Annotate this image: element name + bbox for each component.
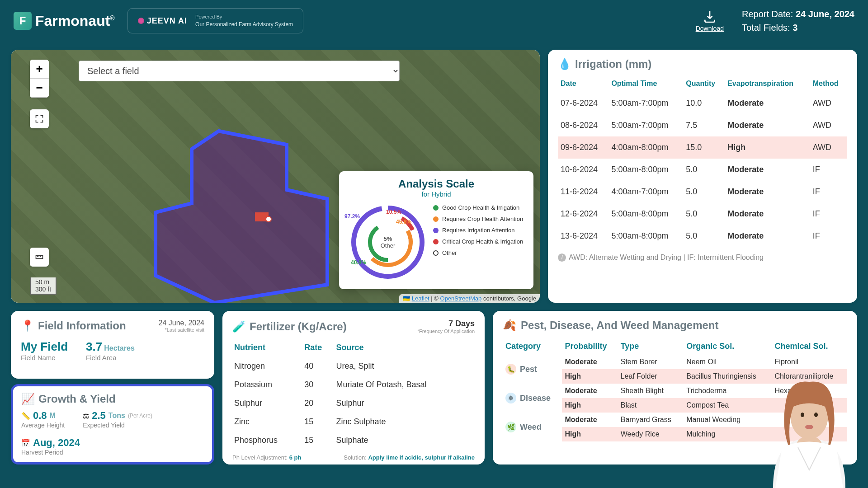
table-row: 🌿WeedModerateBarnyard GrassManual Weedin… [503, 413, 847, 427]
pest-th-org: Organic Sol. [684, 338, 772, 355]
jeevn-badge: jeevN Ai [138, 16, 187, 26]
zoom-out-button[interactable]: − [30, 79, 49, 98]
fertilizer-freq-value: 7 Days [448, 319, 475, 328]
svg-marker-0 [156, 131, 327, 303]
jeevn-meta: Powered By Our Personalized Farm Advisor… [195, 13, 293, 29]
solution-value: Apply lime if acidic, sulphur if alkalin… [368, 454, 475, 461]
table-row: Zinc15Zinc Sulphate [232, 413, 475, 431]
fert-th-source: Source [334, 338, 475, 357]
fert-th-nutrient: Nutrient [232, 338, 302, 357]
pest-title: Pest, Disease, And Weed Management [521, 319, 718, 332]
map-scale: 50 m 300 ft [30, 277, 57, 295]
height-label: Average Height [21, 422, 65, 429]
download-icon [703, 9, 717, 24]
table-row: 07-6-20245:00am-7:00pm10.0ModerateAWD [558, 92, 847, 114]
table-row: 12-6-20245:00am-8:00pm5.0ModerateIF [558, 203, 847, 225]
map-card[interactable]: + − 50 m 300 ft Select a field 🇺🇦 Leafle… [11, 50, 540, 303]
irrigation-icon: 💧 [558, 58, 571, 70]
pest-table: Category Probability Type Organic Sol. C… [503, 338, 847, 441]
table-row: Phosphorus15Sulphate [232, 431, 475, 450]
expand-icon [35, 114, 44, 123]
table-row: 13-6-20245:00am-8:00pm5.0ModerateIF [558, 225, 847, 247]
download-button[interactable]: Download [696, 9, 724, 32]
leaflet-link[interactable]: Leaflet [412, 295, 429, 302]
donut-lbl-orange: 45.8% [396, 219, 411, 225]
pest-th-cat: Category [503, 338, 562, 355]
zoom-in-button[interactable]: + [30, 60, 49, 79]
table-row: 09-6-20244:00am-8:00pm15.0HighAWD [558, 136, 847, 159]
field-info-date-note: *Last satellite visit [159, 327, 204, 333]
osm-link[interactable]: OpenStreetMap [440, 295, 482, 302]
analysis-title: Analysis Scale [347, 178, 525, 190]
brand-logo: F Farmonaut® [14, 12, 115, 30]
legend-item: Critical Crop Health & Irrigation [433, 238, 525, 245]
pest-th-prob: Probability [562, 338, 618, 355]
brand-name: Farmonaut [35, 13, 110, 29]
yield-value: 2.5 [92, 410, 106, 422]
location-icon: 📍 [21, 319, 34, 332]
field-area-value: 3.7 [86, 340, 102, 353]
yield-per: (Per Acre) [128, 413, 152, 419]
calendar-icon: 📅 [21, 439, 30, 447]
ruler-icon [35, 253, 44, 262]
zoom-control: + − [30, 60, 49, 98]
growth-icon: 📈 [21, 393, 35, 405]
table-row: Nitrogen40Urea, Split [232, 357, 475, 375]
height-value: 0.8 [33, 410, 47, 422]
donut-lbl-red: 10.5% [386, 209, 401, 215]
report-info: Report Date: 24 June, 2024 Total Fields:… [742, 7, 854, 34]
svg-point-2 [266, 216, 271, 222]
field-info-card: 📍 Field Information 24 June, 2024 *Last … [11, 311, 214, 379]
irr-th-method: Method [810, 75, 847, 92]
irr-th-time: Optimal Time [609, 75, 683, 92]
pest-card: 🍂 Pest, Disease, And Weed Management Cat… [493, 311, 857, 465]
brand-reg: ® [110, 14, 114, 22]
table-row: 08-6-20245:00am-7:00pm7.5ModerateAWD [558, 114, 847, 136]
field-info-title: Field Information [38, 319, 126, 332]
powered-by-label: Powered By [195, 13, 293, 21]
irrigation-card: 💧 Irrigation (mm) Date Optimal Time Quan… [548, 50, 857, 303]
yield-icon: ⚖ [83, 412, 89, 420]
leaf-icon: 🍂 [503, 319, 516, 332]
legend-item: Good Crop Health & Irrigation [433, 204, 525, 211]
report-date-label: Report Date: [742, 9, 793, 19]
app-header: F Farmonaut® jeevN Ai Powered By Our Per… [0, 0, 868, 42]
table-row: 11-6-20244:00am-7:00pm5.0ModerateIF [558, 181, 847, 203]
jeevn-box: jeevN Ai Powered By Our Personalized Far… [127, 8, 303, 34]
irr-th-date: Date [558, 75, 609, 92]
irrigation-footer: i AWD: Alternate Wetting and Drying | IF… [558, 253, 847, 262]
irrigation-footer-text: AWD: Alternate Wetting and Drying | IF: … [569, 253, 764, 262]
harvest-label: Harvest Period [21, 449, 80, 456]
legend-item: Requires Crop Health Attention [433, 216, 525, 222]
irr-th-qty: Quantity [683, 75, 725, 92]
irrigation-title: Irrigation (mm) [575, 58, 651, 70]
height-icon: 📏 [21, 412, 30, 420]
solution-label: Solution: [344, 454, 367, 461]
analysis-legend: Good Crop Health & IrrigationRequires Cr… [433, 202, 525, 283]
fertilizer-card: 🧪 Fertilizer (Kg/Acre) 7 Days *Frequency… [222, 311, 485, 465]
field-info-date: 24 June, 2024 [159, 319, 204, 327]
download-label: Download [696, 25, 724, 32]
table-row: Sulphur20Sulphur [232, 394, 475, 413]
donut-labels: 97.2% 10.5% 45.8% 40.8% [347, 202, 429, 283]
yield-label: Expected Yield [83, 422, 152, 429]
field-name-value: My Field [21, 340, 68, 354]
field-area-unit: Hectares [104, 344, 135, 352]
ph-value: 6 ph [289, 454, 302, 461]
table-row: 🐛PestModerateStem BorerNeem OilFipronil [503, 355, 847, 369]
measure-button[interactable] [30, 248, 49, 267]
height-unit: M [50, 412, 56, 420]
pest-th-type: Type [618, 338, 684, 355]
table-row: 10-6-20245:00am-8:00pm5.0ModerateIF [558, 159, 847, 181]
scale-metric: 50 m [35, 278, 51, 286]
fullscreen-button[interactable] [30, 109, 49, 128]
scale-imperial: 300 ft [35, 286, 51, 293]
brand-icon: F [14, 12, 32, 30]
info-icon: i [558, 253, 566, 262]
growth-yield-card: 📈 Growth & Yield 📏 0.8 M Average Height [11, 384, 214, 465]
field-select[interactable]: Select a field [79, 61, 400, 81]
total-fields: 3 [793, 23, 797, 33]
harvest-value: Aug, 2024 [33, 437, 80, 449]
donut-lbl-purple: 97.2% [344, 213, 360, 220]
field-boundary [137, 122, 354, 303]
